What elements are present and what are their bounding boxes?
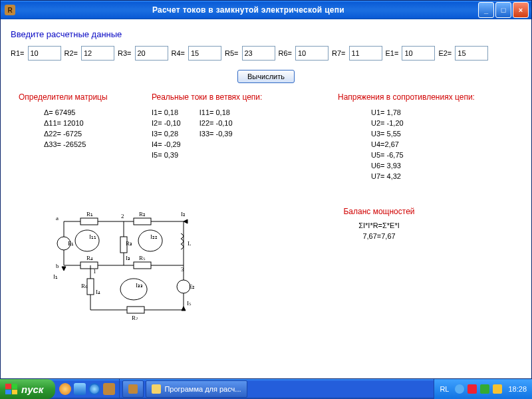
balance-result: 7,67=7,67 [237,232,521,240]
label-r7: R7= [332,49,346,57]
tray-icon[interactable] [493,384,502,394]
label-r5: R5= [225,49,239,57]
svg-text:a: a [56,215,59,221]
svg-text:2: 2 [121,213,124,219]
maximize-button[interactable]: □ [495,2,511,18]
volt-line: U2= -1,20 [371,119,404,127]
svg-text:R₇: R₇ [132,315,138,321]
heading-input: Введите расчетные данные [11,29,521,39]
volt-line: U3= 5,55 [371,130,404,138]
svg-text:b: b [56,263,59,269]
client-area: Введите расчетные данные R1= R2= R3= R4=… [1,20,531,378]
circuit-svg: a R₁2 R₂I₂ E₁ I₁₁ R₃I₃ I₂₂ L R₄R₅ b3 I₁ … [51,207,210,323]
volt-line: U4=2,67 [371,140,404,148]
firefox-icon[interactable] [59,383,71,395]
section-currents: Реальные токи в ветвях цепи: I1= 0,18 I2… [152,92,325,180]
folder-icon [152,384,161,394]
label-r4: R4= [172,49,186,57]
cur-line: I22= -0,10 [200,119,233,127]
input-r4[interactable] [188,46,221,61]
svg-text:E₂: E₂ [189,283,196,290]
cur-line: I33= -0,39 [200,130,233,138]
svg-text:R₂: R₂ [139,211,146,217]
titlebar[interactable]: R Расчет токов в замкнутой электрической… [1,1,531,19]
quick-launch [55,379,120,399]
label-r3: R3= [118,49,132,57]
input-r5[interactable] [242,46,275,61]
input-r2[interactable] [81,46,114,61]
svg-text:I₂: I₂ [181,211,186,217]
section-voltages: Напряжения в сопротивлениях цепи: U1= 1,… [338,92,521,180]
start-label: пуск [21,384,43,395]
cur-title: Реальные токи в ветвях цепи: [152,92,325,102]
volt-line: U7= 4,32 [371,172,404,180]
svg-rect-1 [134,218,151,225]
tray-icon[interactable] [480,384,489,394]
cur-line: I5= 0,39 [152,151,181,159]
input-r7[interactable] [349,46,382,61]
det-title: Определители матрицы [19,92,138,102]
svg-text:I₃: I₃ [126,255,130,261]
cur-line: I11= 0,18 [200,108,233,116]
task-app-icon [128,384,138,394]
app-quicklaunch-icon[interactable] [103,383,115,395]
balance-formula: ΣI*I*R=Σ*E*I [237,221,521,229]
label-r2: R2= [65,49,78,57]
volt-line: U1= 1,78 [371,108,404,116]
svg-rect-0 [80,218,98,225]
volt-line: U6= 3,93 [371,162,404,170]
tray-icon[interactable] [467,384,477,394]
taskbar-item-app[interactable] [122,380,144,398]
start-button[interactable]: пуск [0,379,55,399]
svg-text:I₃₃: I₃₃ [136,282,143,289]
taskbar-item-program[interactable]: Программа для расч... [146,380,247,398]
svg-rect-5 [134,262,151,269]
det-line: Δ33= -26525 [44,140,86,148]
section-determinants: Определители матрицы Δ= 67495 Δ11= 12010… [19,92,138,180]
tray-icon[interactable] [455,384,464,394]
svg-text:R₃: R₃ [126,240,132,247]
windows-logo-icon [5,384,17,394]
cur-line: I4= -0,29 [152,140,181,148]
det-line: Δ= 67495 [44,108,86,116]
app-icon: R [5,5,15,15]
cur-line: I3= 0,28 [152,130,181,138]
task-label: Программа для расч... [164,385,241,393]
ie-icon[interactable] [88,383,100,395]
volt-line: U5= -6,75 [371,151,404,159]
input-e2[interactable] [455,46,488,61]
input-r1[interactable] [28,46,61,61]
circuit-diagram: a R₁2 R₂I₂ E₁ I₁₁ R₃I₃ I₂₂ L R₄R₅ b3 I₁ … [51,207,237,323]
minimize-button[interactable]: _ [478,2,494,18]
svg-point-7 [177,280,190,293]
cur-line: I1= 0,18 [152,108,181,116]
volt-title: Напряжения в сопротивлениях цепи: [338,92,521,102]
svg-rect-8 [127,307,144,313]
input-e1[interactable] [402,46,435,61]
desktop-icon[interactable] [74,383,86,395]
svg-text:R₁: R₁ [86,211,93,217]
det-line: Δ22= -6725 [44,130,86,138]
label-e1: E1= [386,49,399,57]
system-tray: RL 18:28 [434,379,532,399]
app-window: R Расчет токов в замкнутой электрической… [0,0,532,379]
svg-text:3: 3 [181,266,184,273]
cur-line: I2= -0,10 [152,119,181,127]
close-button[interactable]: × [513,2,529,18]
input-r3[interactable] [135,46,168,61]
svg-text:I₄: I₄ [96,289,100,295]
svg-text:1: 1 [93,268,96,275]
svg-text:R₆: R₆ [81,283,88,289]
calculate-button[interactable]: Вычислить [237,70,295,83]
window-title: Расчет токов в замкнутой электрической ц… [19,5,478,15]
language-indicator[interactable]: RL [440,385,449,393]
svg-text:I₁: I₁ [53,273,58,280]
svg-text:L: L [188,240,192,247]
svg-text:I₅: I₅ [187,300,192,307]
input-r6[interactable] [295,46,329,61]
input-row: R1= R2= R3= R4= R5= R6= R7= E1= E2= [11,46,521,61]
balance-title: Баланс мощностей [237,207,521,216]
taskbar: пуск Программа для расч... RL 18:28 [0,379,532,399]
clock[interactable]: 18:28 [508,385,527,393]
svg-rect-6 [87,279,94,295]
